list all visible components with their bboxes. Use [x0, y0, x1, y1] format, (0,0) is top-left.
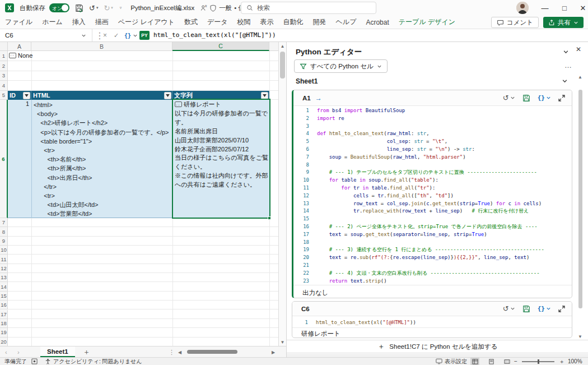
row-header-15[interactable]: 15 [0, 292, 8, 301]
python-braces-icon[interactable]: {} [124, 29, 131, 41]
row-header-19[interactable]: 19 [0, 328, 8, 337]
filter-dropdown-button[interactable] [261, 92, 268, 99]
cell-b6[interactable]: <html> <body> <h2>研修レポート</h2> <p>以下は今月の研… [34, 100, 172, 218]
add-sheet-button[interactable]: ＋ [83, 346, 90, 358]
code-line[interactable]: 16 # --- 2) ページ全体をテキスト化。strip=True で各ノード… [293, 223, 572, 231]
expand-editor-icon[interactable] [558, 306, 565, 312]
table-header-html[interactable]: HTML [31, 91, 172, 100]
undo-button[interactable]: ↺▾ [89, 4, 98, 12]
code-line[interactable]: 12 cells = tr.find_all(["th", "td"]) [293, 192, 572, 200]
ribbon-tab[interactable]: ホーム [42, 17, 63, 27]
column-header-b[interactable]: B [31, 42, 172, 51]
ribbon-tab[interactable]: 校閲 [237, 17, 251, 27]
normal-view-button[interactable] [470, 358, 479, 365]
code-line[interactable]: 6 line_sep: str = "\n") -> str: [293, 146, 572, 154]
zoom-out-button[interactable]: − [514, 358, 517, 365]
close-button[interactable]: ✕ [575, 0, 588, 16]
next-sheet-arrow[interactable]: › [17, 346, 20, 358]
code-line[interactable]: 1from bs4 import BeautifulSoup [293, 107, 572, 115]
code-line[interactable]: 7 soup = BeautifulSoup(raw_html, "html.p… [293, 154, 572, 161]
code-line[interactable]: 18 [293, 239, 572, 247]
save-button[interactable] [75, 4, 83, 12]
filter-dropdown-button[interactable] [23, 92, 30, 99]
fill-handle[interactable] [268, 216, 271, 220]
python-cells-filter[interactable]: すべての Python セル [294, 59, 388, 73]
row-header-9[interactable]: 9 [0, 237, 8, 246]
ribbon-tab[interactable]: 開発 [313, 17, 326, 27]
minimize-button[interactable]: — [536, 0, 553, 16]
ribbon-tab[interactable]: Acrobat [366, 19, 389, 26]
scroll-down-arrow[interactable]: ▼ [279, 338, 286, 346]
table-header-string[interactable]: 文字列 [172, 91, 269, 100]
avatar[interactable] [516, 2, 529, 14]
code-line[interactable]: 17 text = soup.get_text(separator=line_s… [293, 231, 572, 239]
panel-close-icon[interactable]: ✕ [576, 45, 581, 53]
sheet-tab-sheet1[interactable]: Sheet1 [40, 346, 75, 357]
section-collapse-chevron-icon[interactable] [562, 78, 568, 84]
row-header-13[interactable]: 13 [0, 273, 8, 282]
prev-sheet-arrow[interactable]: ‹ [5, 346, 7, 358]
row-header-20[interactable]: 20 [0, 338, 8, 346]
search-input[interactable]: 検索 [241, 2, 376, 14]
code-line[interactable]: 11 for tr in table.find_all("tr"): [293, 184, 572, 192]
spreadsheet-grid[interactable]: ABC 1234567891011121314151617181920 None… [0, 42, 286, 346]
code-line[interactable]: 8 [293, 161, 572, 169]
zoom-slider-thumb[interactable] [538, 359, 539, 364]
code-line[interactable]: 1html_to_clean_text(xl("[@HTML]")) [292, 317, 572, 327]
row-header-5[interactable]: 5 [0, 91, 8, 100]
code-line[interactable]: 21 [293, 262, 572, 270]
select-all-corner[interactable] [0, 42, 8, 51]
row-header-4[interactable]: 4 [0, 81, 8, 91]
chevron-down-icon[interactable] [81, 33, 86, 38]
panel-scroll-down-arrow[interactable]: ▼ [578, 334, 582, 339]
sheet-vertical-scrollbar[interactable]: ▲ ▼ [278, 42, 286, 346]
row-header-12[interactable]: 12 [0, 264, 8, 273]
row-header-18[interactable]: 18 [0, 319, 8, 328]
panel-scrollbar-thumb[interactable] [578, 90, 582, 308]
row-header-3[interactable]: 3 [0, 71, 8, 81]
row-header-10[interactable]: 10 [0, 246, 8, 255]
panel-collapse-chevron-icon[interactable] [563, 49, 569, 55]
scrollbar-thumb[interactable] [280, 52, 285, 78]
code-line[interactable]: 5 col_sep: str = "\t", [293, 138, 572, 146]
code-line[interactable]: 2import re [293, 115, 572, 123]
ribbon-tab[interactable]: データ [207, 17, 228, 27]
save-code-button[interactable] [522, 305, 530, 313]
sensitivity-label[interactable]: 一般 [219, 4, 232, 12]
macro-record-icon[interactable] [31, 358, 38, 365]
row-header-14[interactable]: 14 [0, 282, 8, 291]
row-header-11[interactable]: 11 [0, 255, 8, 264]
name-box[interactable]: C6 [0, 29, 92, 41]
code-line[interactable]: 20 text = re.sub(rf"(?:{re.escape(line_s… [293, 254, 572, 262]
page-break-preview-button[interactable] [502, 358, 511, 365]
row-header-2[interactable]: 2 [0, 61, 8, 71]
code-editor[interactable]: 1from bs4 import BeautifulSoup2import re… [293, 106, 572, 285]
ribbon-tab[interactable]: 挿入 [72, 17, 86, 27]
zoom-in-button[interactable]: ＋ [559, 358, 564, 365]
code-line[interactable]: 13 row_text = col_sep.join(c.get_text(st… [293, 200, 572, 208]
undo-button[interactable]: ↺ [503, 94, 515, 102]
goto-cell-arrow-icon[interactable]: → [315, 94, 322, 102]
ribbon-tab[interactable]: 数式 [184, 17, 198, 27]
row-header-7[interactable]: 7 [0, 218, 8, 227]
ribbon-tab[interactable]: ファイル [5, 17, 32, 27]
code-line[interactable]: 4def html_to_clean_text(raw_html: str, [293, 130, 572, 138]
ribbon-tab[interactable]: ページ レイアウト [118, 17, 175, 27]
ribbon-tab[interactable]: 描画 [95, 17, 109, 27]
zoom-level[interactable]: 100% [568, 358, 582, 365]
code-line[interactable]: 19 # --- 3) 連続する空行を 1 行にまとめる -----------… [293, 246, 572, 254]
code-line[interactable]: 3 [293, 123, 572, 131]
undo-button[interactable]: ↺ [503, 304, 515, 313]
hscroll-right-arrow[interactable]: ▶ [272, 346, 275, 358]
column-header-a[interactable]: A [8, 42, 31, 51]
row-header-16[interactable]: 16 [0, 301, 8, 309]
redo-button[interactable]: ↻▾ [104, 4, 113, 12]
cell-c6[interactable]: 研修レポート以下は今月の研修参加者の一覧です。名前所属出席日山田太郎営業部202… [175, 100, 269, 218]
cell-a6[interactable]: 1 [8, 100, 29, 107]
save-code-button[interactable] [522, 94, 530, 102]
maximize-button[interactable]: □ [556, 0, 573, 16]
customize-toolbar-button[interactable]: ▿ [119, 6, 122, 10]
comments-button[interactable]: コメント [491, 17, 539, 28]
formula-input[interactable]: html_to_clean_text(xl("[@HTML]")) [153, 31, 276, 39]
ribbon-tab[interactable]: テーブル デザイン [399, 17, 455, 27]
